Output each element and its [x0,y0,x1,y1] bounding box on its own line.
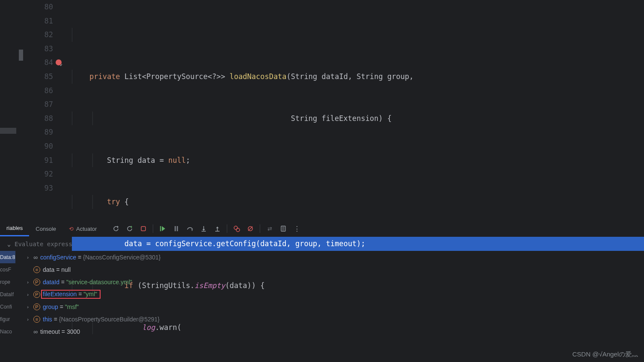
variable-name: fileExtension [43,291,77,297]
watermark: CSDN @√Angelの爱灬 [573,350,638,359]
equals-sign: = [54,266,61,273]
separator [260,224,260,233]
settings-button[interactable]: ⇄ [264,223,275,234]
expand-icon[interactable]: › [25,280,31,285]
field-icon: ≡ [33,316,40,323]
variable-row[interactable]: ›Pgroup = "msf" [21,300,644,313]
variable-value: {NacosPropertySourceBuilder@5291} [59,316,160,323]
line-number: 92 [24,167,53,181]
equals-sign: = [59,279,66,285]
separator [153,224,153,233]
frame-item[interactable]: Data:8 [0,251,15,263]
pause-button[interactable] [171,223,182,234]
frame-item[interactable]: cosF [0,263,15,276]
svg-rect-2 [175,226,176,231]
variable-row[interactable]: ∞timeout = 3000 [21,325,644,338]
line-number: 84 [24,56,53,70]
expand-icon[interactable]: › [25,304,31,309]
equals-sign: = [77,291,83,297]
variable-value: {NacosConfigService@5301} [83,254,161,261]
variable-row[interactable]: ›∞configService = {NacosConfigService@53… [21,251,644,263]
expand-icon[interactable]: › [25,292,31,297]
svg-rect-1 [160,226,161,231]
glasses-icon: ∞ [33,328,38,335]
equals-sign: = [76,254,83,261]
rerun-button[interactable] [110,223,122,234]
mute-breakpoints-button[interactable] [245,223,256,234]
step-into-button[interactable] [198,223,209,234]
glasses-icon: ∞ [33,254,38,261]
frames-list[interactable]: Data:8cosFropeDataIfConfifigurNacoction [0,251,15,338]
variables-tree[interactable]: Data:8cosFropeDataIfConfifigurNacoction … [0,251,644,338]
tab-variables[interactable]: riables [0,221,29,236]
code-line-current: data = configService.getConfig(dataId, g… [72,237,644,251]
code-line: String data = null; [72,153,644,168]
expand-icon[interactable]: › [25,317,31,322]
more-button[interactable]: ⋮ [291,223,303,234]
stop-button[interactable] [138,223,149,234]
actuator-icon: ⟲ [69,226,74,232]
code-editor[interactable]: 80 81 82 83 84 85 86 87 88 89 90 91 92 9… [0,0,644,195]
code-line [72,28,644,42]
resume-button[interactable] [157,223,168,234]
svg-rect-3 [177,226,178,231]
step-over-button[interactable] [184,223,196,234]
frame-item[interactable]: Naco [0,325,15,338]
variable-row[interactable]: ≡data = null [21,263,644,276]
svg-point-5 [236,228,240,232]
calculator-button[interactable] [278,223,289,234]
svg-rect-0 [141,227,145,231]
line-number: 89 [24,125,53,139]
line-number-gutter[interactable]: 80 81 82 83 84 85 86 87 88 89 90 91 92 9… [24,0,72,195]
frame-item[interactable]: DataIf [0,288,15,300]
tab-console[interactable]: Console [29,221,62,236]
equals-sign: = [58,303,65,310]
variable-name: group [43,303,58,310]
line-number-breakpoint[interactable]: 85 [24,70,53,84]
variable-value: 3000 [67,328,80,335]
parameter-icon: P [33,291,40,298]
equals-sign: = [52,316,59,323]
view-breakpoints-button[interactable] [231,223,242,234]
variable-value: "yml" [83,291,97,297]
svg-point-4 [234,226,237,230]
variable-row[interactable]: ›PdataId = "service-datasource.yml" [21,276,644,288]
variable-name: dataId [43,279,59,285]
code-line: String fileExtension) { [72,112,644,126]
separator [227,224,227,233]
code-line: try { [72,195,644,209]
expand-icon[interactable]: › [25,255,31,260]
step-out-button[interactable] [212,223,223,234]
parameter-icon: P [33,279,40,285]
variable-value: "msf" [65,303,79,310]
line-number: 87 [24,97,53,112]
line-number: 90 [24,139,53,153]
line-number: 81 [24,14,53,28]
change-marker [0,128,16,134]
code-line: private List<PropertySource<?>> loadNaco… [72,70,644,84]
field-icon: ≡ [33,266,40,273]
variable-value: null [61,266,71,273]
line-number: 93 [24,181,53,195]
tab-actuator[interactable]: ⟲Actuator [62,221,103,236]
line-number: 91 [24,153,53,168]
frame-item[interactable]: Confi [0,300,15,313]
frame-item[interactable]: figur [0,313,15,325]
variable-name: this [43,316,52,323]
line-number: 88 [24,112,53,126]
chevron-down-icon[interactable]: ⌄ [3,241,15,247]
line-number: 86 [24,84,53,98]
editor-left-strip [0,0,24,195]
variable-row[interactable]: ›≡this = {NacosPropertySourceBuilder@529… [21,313,644,325]
variable-value: "service-datasource.yml" [66,279,132,285]
line-number: 82 [24,28,53,42]
rerun-modified-button[interactable] [124,223,135,234]
frame-item[interactable]: rope [0,276,15,288]
variable-name: configService [40,254,76,261]
variable-row[interactable]: ›PfileExtension = "yml" [21,288,644,300]
variable-name: data [43,266,54,273]
code-area[interactable]: private List<PropertySource<?>> loadNaco… [72,0,644,195]
equals-sign: = [60,328,67,335]
line-number: 80 [24,0,53,14]
change-marker [19,50,23,61]
